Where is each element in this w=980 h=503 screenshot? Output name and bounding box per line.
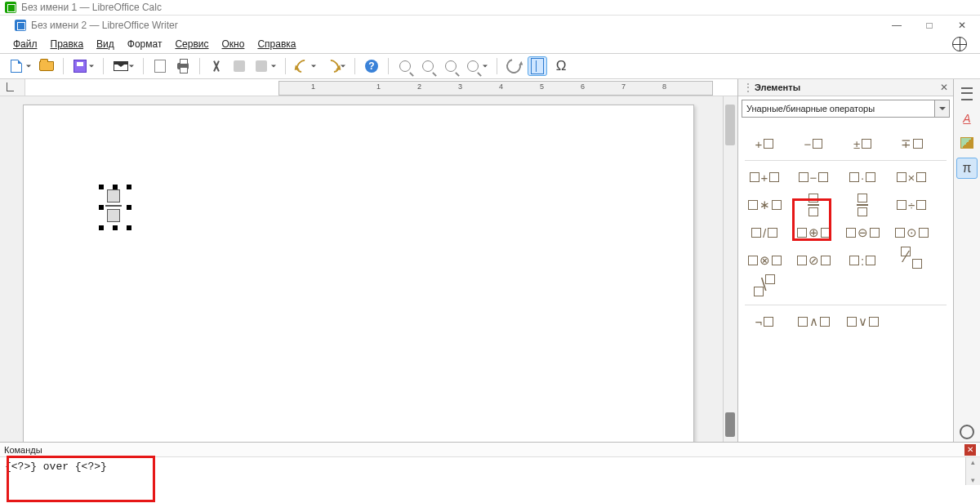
mail-button[interactable] xyxy=(111,57,136,75)
gallery-icon xyxy=(960,137,973,149)
commands-panel-title: Команды xyxy=(4,445,42,455)
op-otimes[interactable]: ⊗ xyxy=(743,249,786,272)
op-and[interactable]: ∧ xyxy=(792,310,835,333)
maximize-button[interactable]: □ xyxy=(921,20,938,31)
formula-object[interactable] xyxy=(101,187,129,228)
commands-panel-close-button[interactable]: ✕ xyxy=(964,444,976,456)
op-fraction[interactable] xyxy=(792,194,835,216)
paste-button[interactable] xyxy=(253,57,278,75)
zoom-out-button[interactable] xyxy=(419,57,437,75)
menu-help[interactable]: Справка xyxy=(252,37,301,51)
ruler-tick: 1 xyxy=(376,82,381,91)
menu-view[interactable]: Вид xyxy=(91,37,119,51)
close-window-button[interactable]: ✕ xyxy=(954,20,970,31)
scroll-up-icon: ▴ xyxy=(971,458,975,466)
help-button[interactable]: ? xyxy=(363,57,381,75)
undo-button[interactable] xyxy=(293,57,318,75)
document-page[interactable] xyxy=(23,105,694,442)
update-button[interactable] xyxy=(505,57,523,75)
op-plusminus[interactable]: ± xyxy=(841,132,884,155)
sidebar-styles-button[interactable]: A xyxy=(957,109,977,128)
menu-edit[interactable]: Правка xyxy=(46,37,89,51)
ruler-corner xyxy=(0,79,25,96)
resize-handle[interactable] xyxy=(127,185,131,189)
resize-handle[interactable] xyxy=(99,225,104,230)
op-unary-plus[interactable]: + xyxy=(743,132,786,155)
toolbar-separator xyxy=(285,58,286,74)
zoom-100-button[interactable] xyxy=(442,57,460,75)
menu-format[interactable]: Формат xyxy=(122,37,167,51)
redo-button[interactable] xyxy=(323,57,347,75)
elements-panel-close-button[interactable]: ✕ xyxy=(940,82,948,93)
op-widebslash[interactable]: ∖ xyxy=(743,277,786,300)
sidebar-elements-button[interactable]: π xyxy=(956,158,978,179)
styles-icon: A xyxy=(963,112,970,125)
sidebar-settings-button[interactable] xyxy=(957,422,977,442)
writer-title: Без имени 2 — LibreOffice Writer xyxy=(31,20,178,31)
print-button[interactable] xyxy=(174,57,192,75)
op-odot[interactable]: ⊙ xyxy=(890,221,933,244)
chevron-down-icon xyxy=(939,107,946,110)
resize-handle[interactable] xyxy=(113,225,118,230)
resize-handle[interactable] xyxy=(99,205,104,210)
op-or[interactable]: ∨ xyxy=(841,310,884,333)
op-odiv[interactable]: ⊘ xyxy=(792,249,835,272)
op-division-inline[interactable] xyxy=(841,194,884,216)
zoom-menu-button[interactable] xyxy=(465,57,489,75)
elements-category-dropdown-button[interactable] xyxy=(935,100,950,118)
op-wideslash[interactable]: ∕ xyxy=(890,249,933,272)
toolbar-separator xyxy=(388,58,389,74)
gear-icon xyxy=(960,425,974,439)
scroll-down-icon: ▾ xyxy=(971,476,975,484)
sidebar-strip: A π xyxy=(953,79,980,442)
op-plus[interactable]: + xyxy=(743,166,786,189)
op-slash[interactable]: / xyxy=(743,221,786,244)
elements-panel-title: Элементы xyxy=(755,82,800,92)
properties-icon xyxy=(961,87,973,100)
language-icon[interactable] xyxy=(952,37,967,51)
new-document-button[interactable] xyxy=(8,57,33,75)
formula-cursor-button[interactable] xyxy=(528,56,547,76)
menu-tools[interactable]: Сервис xyxy=(170,37,213,51)
sidebar-properties-button[interactable] xyxy=(957,84,977,104)
toolbar-separator xyxy=(63,58,64,74)
calc-title: Без имени 1 — LibreOffice Calc xyxy=(21,2,162,13)
op-times[interactable]: × xyxy=(890,166,933,189)
background-window-titlebar: Без имени 1 — LibreOffice Calc xyxy=(0,0,980,16)
elements-category-select[interactable]: Унарные/бинарные операторы xyxy=(742,100,935,118)
menu-window[interactable]: Окно xyxy=(217,37,250,51)
op-unary-minus[interactable]: − xyxy=(792,132,835,155)
resize-handle[interactable] xyxy=(127,205,131,210)
op-ast[interactable]: ∗ xyxy=(743,194,786,216)
document-scrollbar[interactable] xyxy=(723,96,737,442)
symbols-button[interactable]: Ω xyxy=(552,57,570,75)
toolbar-separator xyxy=(354,58,355,74)
save-button[interactable] xyxy=(71,57,96,75)
op-neg[interactable]: ¬ xyxy=(743,310,786,333)
toolbar-separator xyxy=(103,58,104,74)
menu-file[interactable]: Файл xyxy=(8,37,42,51)
op-divide[interactable]: ÷ xyxy=(890,194,933,216)
op-ominus[interactable]: ⊖ xyxy=(841,221,884,244)
writer-window-titlebar[interactable]: Без имени 2 — LibreOffice Writer — □ ✕ xyxy=(0,16,980,35)
ruler-tick: 2 xyxy=(417,82,421,91)
toolbar-separator xyxy=(143,58,144,74)
commands-scrollbar[interactable]: ▴ ▾ xyxy=(965,457,980,485)
open-button[interactable] xyxy=(38,57,56,75)
op-oplus[interactable]: ⊕ xyxy=(792,221,835,244)
commands-input[interactable]: {<?>} over {<?>} xyxy=(0,457,965,485)
op-minusplus[interactable]: ∓ xyxy=(890,132,933,155)
cut-button[interactable] xyxy=(207,57,225,75)
minimize-button[interactable]: — xyxy=(889,20,905,31)
resize-handle[interactable] xyxy=(99,185,104,189)
sidebar-gallery-button[interactable] xyxy=(957,133,977,153)
copy-button[interactable] xyxy=(230,57,248,75)
op-cdot[interactable]: · xyxy=(841,166,884,189)
zoom-in-button[interactable] xyxy=(396,57,414,75)
panel-grip-icon[interactable]: ⋮ xyxy=(743,82,751,93)
op-ratio[interactable]: : xyxy=(841,249,884,272)
op-minus[interactable]: − xyxy=(792,166,835,189)
export-pdf-button[interactable] xyxy=(151,57,169,75)
fraction-preview xyxy=(105,189,122,222)
resize-handle[interactable] xyxy=(127,225,131,230)
